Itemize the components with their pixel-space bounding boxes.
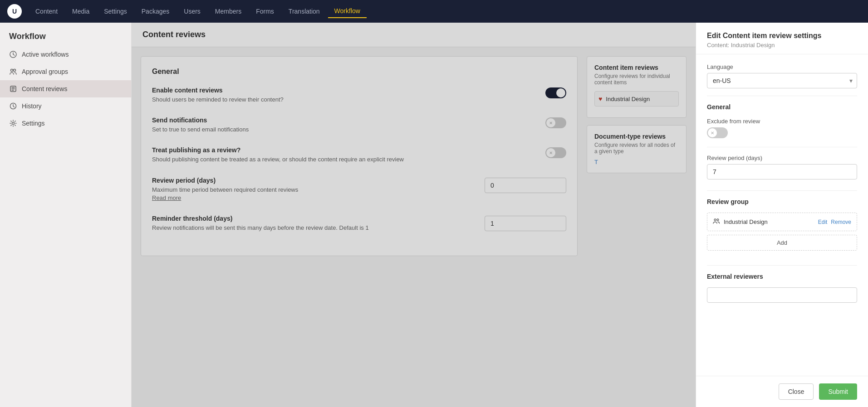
send-notifications-desc: Set to true to send email notifications xyxy=(152,126,536,134)
history-icon xyxy=(9,102,17,110)
doc-type-add-link[interactable]: T xyxy=(594,159,598,165)
overlay-title: Edit Content item review settings xyxy=(707,32,857,40)
external-reviewers-label: External reviewers xyxy=(707,273,857,280)
reminder-threshold-desc: Review notifications will be sent this m… xyxy=(152,224,476,232)
treat-publishing-desc: Should publishing content be treated as … xyxy=(152,155,536,164)
sidebar-item-content-reviews[interactable]: Content reviews xyxy=(0,80,131,97)
nav-members[interactable]: Members xyxy=(209,5,248,18)
sidebar-item-label: History xyxy=(22,102,42,110)
review-group-remove-btn[interactable]: Remove xyxy=(831,219,851,225)
sidebar-title: Workflow xyxy=(0,23,131,46)
general-section: General Enable content reviews Should us… xyxy=(141,56,578,256)
read-more-link[interactable]: Read more xyxy=(152,194,181,201)
nav-translation[interactable]: Translation xyxy=(282,5,326,18)
content-reviews-icon xyxy=(9,85,17,93)
page-title: Content reviews xyxy=(132,23,696,47)
enable-content-reviews-row: Enable content reviews Should users be r… xyxy=(152,87,566,104)
sidebar-item-label: Approval groups xyxy=(22,68,68,75)
nav-forms[interactable]: Forms xyxy=(250,5,280,18)
sidebar-item-active-workflows[interactable]: Active workflows xyxy=(0,46,131,63)
active-workflows-icon xyxy=(9,50,17,58)
overlay-body: Language en-US en-GB fr-FR de-DE ▾ Gener… xyxy=(696,54,868,376)
svg-point-1 xyxy=(11,69,13,72)
send-notifications-toggle[interactable]: ✕ xyxy=(545,117,566,128)
review-group-name-text: Industrial Design xyxy=(724,218,768,225)
enable-reviews-label: Enable content reviews xyxy=(152,87,536,94)
review-group-item: Industrial Design Edit Remove xyxy=(707,213,857,231)
doc-type-title: Document-type reviews xyxy=(594,133,679,140)
overlay-panel: Edit Content item review settings Conten… xyxy=(696,23,868,407)
content-item-reviews-desc: Configure reviews for individual content… xyxy=(594,73,679,86)
review-period-desc: Maximum time period between required con… xyxy=(152,186,476,194)
nav-media[interactable]: Media xyxy=(66,5,96,18)
heart-icon: ♥ xyxy=(598,95,602,102)
right-section: Content item reviews Configure reviews f… xyxy=(587,56,687,256)
nav-settings[interactable]: Settings xyxy=(98,5,133,18)
toggle-thumb: ✕ xyxy=(546,118,555,127)
add-review-group-btn[interactable]: Add xyxy=(707,235,857,251)
general-label: General xyxy=(152,68,566,76)
toggle-thumb: ✕ xyxy=(546,148,555,157)
sidebar-item-history[interactable]: History xyxy=(0,97,131,115)
sidebar-item-label: Content reviews xyxy=(22,85,67,92)
enable-reviews-toggle[interactable] xyxy=(545,87,566,98)
content-item-reviews-section: Content item reviews Configure reviews f… xyxy=(587,56,687,118)
language-label: Language xyxy=(707,63,857,70)
review-period-label: Review period (days) xyxy=(152,177,476,184)
send-notifications-row: Send notifications Set to true to send e… xyxy=(152,116,566,134)
language-select-wrapper: en-US en-GB fr-FR de-DE ▾ xyxy=(707,73,857,88)
overlay-header: Edit Content item review settings Conten… xyxy=(696,23,868,54)
doc-type-reviews-section: Document-type reviews Configure reviews … xyxy=(587,125,687,173)
exclude-review-toggle[interactable]: ✕ xyxy=(707,127,728,138)
sidebar-item-label: Active workflows xyxy=(22,51,69,58)
svg-point-2 xyxy=(14,69,16,72)
review-group-edit-btn[interactable]: Edit xyxy=(818,219,828,225)
toggle-thumb: ✕ xyxy=(708,128,717,137)
overlay-subtitle: Content: Industrial Design xyxy=(707,42,857,48)
reminder-threshold-label: Reminder threshold (days) xyxy=(152,215,476,222)
toggle-thumb xyxy=(556,88,565,97)
overlay-footer: Close Submit xyxy=(696,376,868,407)
overlay-general-label: General xyxy=(707,103,857,111)
sidebar-item-approval-groups[interactable]: Approval groups xyxy=(0,63,131,80)
overlay-review-period-label: Review period (days) xyxy=(707,155,857,161)
svg-point-7 xyxy=(717,219,719,221)
sidebar: Workflow Active workflows Approval group… xyxy=(0,23,132,407)
review-period-row: Review period (days) Maximum time period… xyxy=(152,177,566,202)
nav-content[interactable]: Content xyxy=(29,5,64,18)
overlay-review-period-input[interactable] xyxy=(707,164,857,179)
content-node-item[interactable]: ♥ Industrial Design xyxy=(594,91,679,107)
nav-workflow[interactable]: Workflow xyxy=(328,5,367,18)
external-reviewers-input[interactable] xyxy=(707,287,857,303)
logo-icon: U xyxy=(7,4,22,19)
treat-publishing-label: Treat publishing as a review? xyxy=(152,146,536,154)
overlay-review-group-label: Review group xyxy=(707,198,857,205)
treat-publishing-toggle[interactable]: ✕ xyxy=(545,147,566,158)
doc-type-desc: Configure reviews for all nodes of a giv… xyxy=(594,142,679,155)
enable-reviews-desc: Should users be reminded to review their… xyxy=(152,96,536,104)
nav-packages[interactable]: Packages xyxy=(135,5,176,18)
reminder-threshold-input[interactable] xyxy=(485,216,566,231)
content-item-reviews-title: Content item reviews xyxy=(594,64,679,71)
node-name: Industrial Design xyxy=(606,96,650,102)
svg-point-5 xyxy=(12,122,15,125)
sidebar-item-settings[interactable]: Settings xyxy=(0,115,131,132)
main-content: Content reviews General Enable content r… xyxy=(132,23,696,407)
top-nav: U Content Media Settings Packages Users … xyxy=(0,0,868,23)
reminder-threshold-row: Reminder threshold (days) Review notific… xyxy=(152,215,566,232)
review-period-input[interactable] xyxy=(485,178,566,193)
exclude-review-label: Exclude from review xyxy=(707,118,857,125)
settings-icon xyxy=(9,119,17,127)
close-button[interactable]: Close xyxy=(779,383,814,400)
submit-button[interactable]: Submit xyxy=(819,383,857,400)
treat-publishing-row: Treat publishing as a review? Should pub… xyxy=(152,146,566,164)
sidebar-item-label: Settings xyxy=(22,120,45,127)
svg-point-6 xyxy=(714,219,716,221)
language-select[interactable]: en-US en-GB fr-FR de-DE xyxy=(707,73,857,88)
send-notifications-label: Send notifications xyxy=(152,116,536,124)
group-people-icon xyxy=(713,218,720,226)
approval-groups-icon xyxy=(9,68,17,76)
nav-users[interactable]: Users xyxy=(177,5,207,18)
